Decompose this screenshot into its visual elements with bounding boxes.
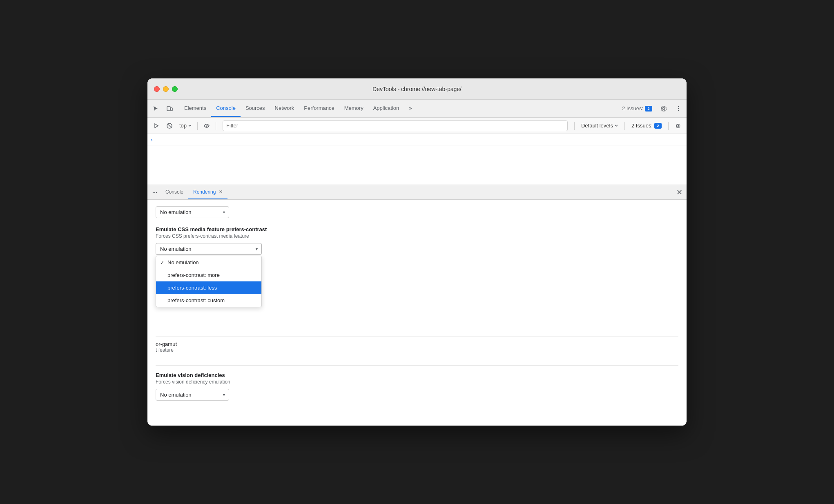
- tabs-list: Elements Console Sources Network Perform…: [179, 100, 615, 117]
- dropdown-item-custom[interactable]: prefers-contrast: custom: [156, 294, 261, 307]
- drawer-menu-btn[interactable]: [149, 187, 161, 198]
- toolbar-divider-5: [668, 122, 669, 130]
- tab-network[interactable]: Network: [270, 100, 299, 117]
- vision-deficiencies-select[interactable]: No emulation: [156, 389, 229, 401]
- devtools-window: DevTools - chrome://new-tab-page/ Elemen…: [147, 78, 687, 426]
- prefers-contrast-dropdown-button[interactable]: No emulation: [156, 243, 262, 255]
- eye-button[interactable]: [201, 120, 212, 132]
- previous-emulation-select[interactable]: No emulation: [156, 206, 229, 218]
- svg-point-3: [678, 108, 679, 109]
- svg-point-10: [154, 192, 155, 192]
- vision-deficiencies-row: Emulate vision deficiencies Forces visio…: [156, 365, 678, 401]
- console-toolbar: top Default levels 2 Issues: 2: [147, 118, 687, 134]
- drawer-tab-rendering[interactable]: Rendering ✕: [188, 185, 227, 199]
- issues-icon: 2: [645, 106, 652, 112]
- default-levels-chevron-icon: [615, 125, 618, 127]
- toolbar-divider-4: [624, 122, 625, 130]
- issues-label: 2 Issues:: [622, 105, 643, 112]
- context-label: top: [179, 123, 187, 129]
- tab-application[interactable]: Application: [368, 100, 404, 117]
- svg-point-8: [206, 125, 207, 126]
- execute-script-btn[interactable]: [151, 120, 162, 132]
- drawer-tab-rendering-close[interactable]: ✕: [219, 189, 223, 194]
- svg-marker-5: [155, 124, 158, 128]
- device-toggle-btn[interactable]: [163, 102, 176, 115]
- default-levels-label: Default levels: [581, 123, 613, 129]
- prefers-contrast-row: Emulate CSS media feature prefers-contra…: [156, 226, 678, 255]
- dropdown-item-less[interactable]: prefers-contrast: less: [156, 281, 261, 294]
- toolbar-issues-button[interactable]: 2 Issues: 2: [628, 121, 665, 130]
- gamut-row-partial: or-gamut t feature: [156, 337, 678, 353]
- vision-deficiencies-label: Emulate vision deficiencies: [156, 372, 678, 378]
- console-content: ›: [147, 134, 687, 185]
- prompt-arrow-icon[interactable]: ›: [151, 136, 153, 143]
- svg-rect-1: [171, 108, 172, 111]
- console-prompt-line: ›: [147, 134, 687, 145]
- vision-deficiencies-select-wrapper: No emulation: [156, 389, 229, 401]
- tab-sources[interactable]: Sources: [241, 100, 270, 117]
- cursor-icon-btn[interactable]: [149, 102, 162, 115]
- svg-rect-0: [167, 107, 170, 111]
- maximize-button[interactable]: [172, 86, 178, 92]
- svg-line-7: [167, 124, 172, 128]
- dropdown-item-no-emulation[interactable]: No emulation: [156, 256, 261, 269]
- context-selector[interactable]: top: [177, 122, 194, 129]
- toolbar-settings-btn[interactable]: [672, 120, 683, 132]
- minimize-button[interactable]: [163, 86, 169, 92]
- tab-elements[interactable]: Elements: [179, 100, 211, 117]
- default-levels-button[interactable]: Default levels: [578, 122, 621, 129]
- svg-point-4: [678, 110, 679, 111]
- context-chevron-icon: [188, 125, 192, 127]
- bottom-drawer: Console Rendering ✕ ✕ No emulation: [147, 185, 687, 426]
- tab-bar-right: 2 Issues: 2: [615, 100, 685, 117]
- tab-more[interactable]: »: [404, 100, 417, 117]
- previous-emulation-row: No emulation: [156, 206, 678, 218]
- close-button[interactable]: [154, 86, 160, 92]
- drawer-close-button[interactable]: ✕: [673, 187, 685, 198]
- tab-memory[interactable]: Memory: [339, 100, 368, 117]
- issues-button[interactable]: 2 Issues: 2: [619, 104, 656, 113]
- svg-point-11: [156, 192, 157, 192]
- title-bar: DevTools - chrome://new-tab-page/: [147, 78, 687, 100]
- gamut-partial-desc: t feature: [156, 347, 678, 353]
- traffic-lights: [154, 86, 178, 92]
- tab-console[interactable]: Console: [211, 100, 241, 117]
- prefers-contrast-desc: Forces CSS prefers-contrast media featur…: [156, 233, 678, 239]
- drawer-tab-console[interactable]: Console: [161, 185, 188, 199]
- dropdown-item-more[interactable]: prefers-contrast: more: [156, 269, 261, 281]
- prefers-contrast-label: Emulate CSS media feature prefers-contra…: [156, 226, 678, 232]
- window-title: DevTools - chrome://new-tab-page/: [372, 86, 462, 92]
- toolbar-issues-icon: 2: [654, 123, 662, 129]
- tab-bar: Elements Console Sources Network Perform…: [147, 100, 687, 118]
- toolbar-divider-2: [216, 122, 216, 130]
- toolbar-divider-3: [574, 122, 575, 130]
- drawer-tab-console-label: Console: [165, 189, 183, 195]
- section-divider: [156, 365, 678, 366]
- gamut-partial-label: or-gamut: [156, 341, 678, 347]
- vision-deficiencies-desc: Forces vision deficiency emulation: [156, 379, 678, 385]
- drawer-tab-rendering-label: Rendering: [193, 189, 216, 195]
- drawer-tab-bar: Console Rendering ✕ ✕: [147, 185, 687, 200]
- prefers-contrast-dropdown-container: No emulation No emulation prefers-contra…: [156, 243, 262, 255]
- rendering-panel: No emulation Emulate CSS media feature p…: [147, 200, 687, 426]
- toolbar-issues-label: 2 Issues:: [631, 123, 653, 129]
- toolbar-divider-1: [197, 122, 198, 130]
- more-options-button[interactable]: [672, 102, 685, 115]
- clear-console-btn[interactable]: [164, 120, 175, 132]
- prefers-contrast-dropdown-menu: No emulation prefers-contrast: more pref…: [156, 256, 262, 307]
- tab-bar-left-icons: [149, 100, 179, 117]
- svg-point-9: [153, 192, 154, 192]
- tab-performance[interactable]: Performance: [299, 100, 339, 117]
- previous-select-wrapper: No emulation: [156, 206, 229, 218]
- filter-input[interactable]: [223, 120, 568, 131]
- prefers-contrast-select-wrapper: No emulation: [156, 243, 262, 255]
- settings-button[interactable]: [657, 102, 670, 115]
- svg-point-2: [678, 106, 679, 107]
